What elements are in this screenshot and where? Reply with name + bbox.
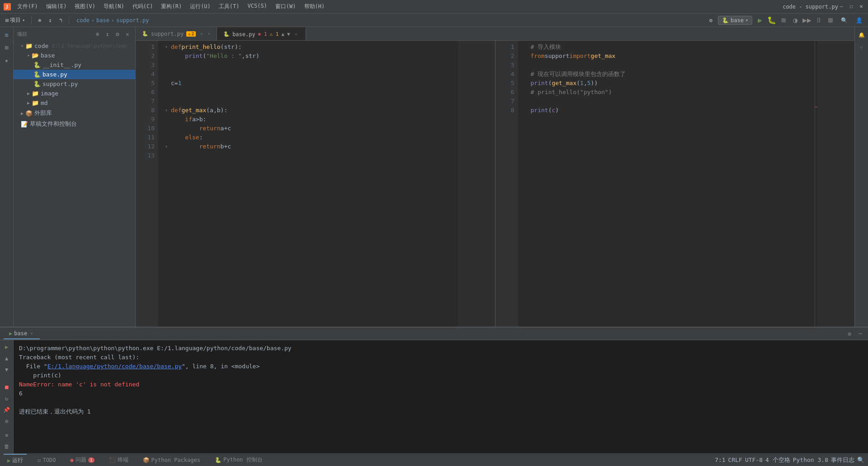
- breadcrumb-root[interactable]: code: [76, 17, 90, 24]
- tab-base-nav-up[interactable]: ▲: [281, 31, 284, 37]
- run-settings-2[interactable]: ⚙: [2, 417, 11, 425]
- run-button[interactable]: ▶: [755, 15, 765, 25]
- footer-problems-icon: ●: [70, 457, 73, 463]
- sidebar-icon-bookmark[interactable]: ★: [2, 55, 12, 65]
- tree-item-md-folder[interactable]: ▶ 📁 md: [14, 98, 135, 108]
- tab-base-close[interactable]: ✕: [293, 31, 299, 38]
- footer-tab-run[interactable]: ▶ 运行: [4, 454, 27, 466]
- pause-button[interactable]: ⏸: [814, 15, 824, 25]
- tab-base-py[interactable]: 🐍 base.py ⊗ 1 ⚠ 1 ▲ ▼ ✕: [217, 27, 306, 40]
- menu-tools[interactable]: 工具(T): [215, 2, 243, 11]
- toolbar-nav-recent[interactable]: ↰: [57, 16, 65, 24]
- code-line-4: [162, 70, 455, 79]
- tab-support-py[interactable]: 🐍 support.py ⚠ 2 ✕ ▾: [136, 27, 217, 40]
- menu-run[interactable]: 运行(U): [186, 2, 214, 11]
- footer-search-icon[interactable]: 🔍: [857, 456, 864, 463]
- terminal-file-link[interactable]: E:/1.language/python/code/base/base.py: [47, 363, 182, 370]
- tree-item-external[interactable]: ▶ 📦 外部库: [14, 108, 135, 119]
- tree-item-base-py[interactable]: 🐍 base.py: [14, 70, 135, 79]
- tree-action-close[interactable]: ✕: [123, 30, 132, 38]
- footer-tab-todo[interactable]: ☑ TODO: [34, 454, 59, 466]
- terminal-output[interactable]: D:\programmer\python\python\python.exe E…: [14, 340, 868, 453]
- toolbar-project[interactable]: ⊞ 项目 ▾: [3, 15, 28, 25]
- fold-8[interactable]: ▾: [165, 106, 168, 115]
- footer-event-log[interactable]: 事件日志: [831, 456, 854, 464]
- code-content-right[interactable]: # 导入模块 from support import get_max # 现在可…: [518, 41, 815, 327]
- env-selector[interactable]: 🐍 base ▾: [718, 16, 752, 25]
- tree-action-locate[interactable]: ⊕: [94, 30, 102, 38]
- panel-settings[interactable]: ⚙: [845, 330, 854, 338]
- tree-action-settings[interactable]: ⚙: [113, 30, 122, 38]
- minimize-button[interactable]: ─: [838, 4, 844, 10]
- footer-charset[interactable]: UTF-8: [745, 456, 763, 463]
- close-button[interactable]: ✕: [858, 4, 864, 10]
- tree-item-init[interactable]: 🐍 __init__.py: [14, 60, 135, 70]
- tree-action-collapse[interactable]: ↕: [104, 30, 112, 38]
- search-button[interactable]: 🔍: [838, 16, 850, 24]
- panel-minimize[interactable]: ─: [856, 330, 864, 338]
- run-pin-btn[interactable]: 📌: [2, 405, 11, 414]
- menu-edit[interactable]: 编辑(E): [42, 2, 71, 11]
- footer-tab-packages[interactable]: 📦 Python Packages: [139, 454, 204, 466]
- menu-bar[interactable]: 文件(F) 编辑(E) 视图(V) 导航(N) 代码(C) 重构(R) 运行(U…: [14, 2, 328, 11]
- footer-position[interactable]: 7:1: [715, 456, 725, 463]
- bottom-tab-run[interactable]: ▶ base ✕: [4, 328, 40, 339]
- maximize-button[interactable]: □: [848, 4, 854, 10]
- menu-file[interactable]: 文件(F): [14, 2, 42, 11]
- right-sidebar-icon-notifications[interactable]: 🔔: [857, 30, 867, 40]
- tree-item-support-py[interactable]: 🐍 support.py: [14, 79, 135, 89]
- sidebar-icon-structure[interactable]: ⊞: [2, 43, 12, 52]
- fold-12[interactable]: ▾: [165, 142, 168, 151]
- run-scroll-down[interactable]: ▼: [2, 366, 11, 374]
- breadcrumb-file[interactable]: support.py: [116, 17, 149, 24]
- fold-1[interactable]: ▾: [165, 43, 168, 52]
- tree-actions: ⊕ ↕ ⚙ ✕: [94, 30, 132, 38]
- menu-navigate[interactable]: 导航(N): [100, 2, 128, 11]
- footer-tab-problems[interactable]: ● 问题 1: [66, 454, 98, 466]
- debug-button[interactable]: 🐛: [767, 15, 777, 25]
- menu-code[interactable]: 代码(C): [129, 2, 157, 11]
- run-with-coverage[interactable]: ⊞: [778, 15, 788, 25]
- run-again-btn[interactable]: ▶: [2, 343, 11, 352]
- run-clear[interactable]: 🗑: [2, 442, 11, 451]
- footer-tab-console[interactable]: 🐍 Python 控制台: [211, 454, 266, 466]
- run-tab-close[interactable]: ✕: [29, 331, 34, 336]
- run-panel: ▶ ▲ ▼ ⏹ ↻ 📌 ⚙ ≡ 🗑 D:\programmer\python\p…: [0, 340, 868, 453]
- terminal-file-line: File "E:/1.language/python/code/base/bas…: [19, 362, 863, 371]
- run-scroll-up[interactable]: ▲: [2, 354, 11, 363]
- footer-crlf[interactable]: CRLF: [728, 456, 742, 463]
- footer-python-version[interactable]: Python 3.8: [793, 456, 828, 463]
- stop-button[interactable]: ⏹: [826, 15, 835, 25]
- editor-area: 🐍 support.py ⚠ 2 ✕ ▾ 🐍 base.py ⊗ 1 ⚠ 1 ▲…: [136, 27, 854, 327]
- title-bar: J 文件(F) 编辑(E) 视图(V) 导航(N) 代码(C) 重构(R) 运行…: [0, 0, 868, 14]
- run-stop-btn[interactable]: ⏹: [2, 383, 11, 391]
- profile-button[interactable]: ◑: [790, 15, 800, 25]
- footer-indent[interactable]: 4 个空格: [765, 456, 790, 464]
- tree-item-base-folder[interactable]: ▾ 📂 base: [14, 51, 135, 60]
- account-button[interactable]: 👤: [853, 16, 865, 24]
- base-folder-chevron: ▾: [27, 53, 30, 58]
- menu-help[interactable]: 帮助(H): [301, 2, 329, 11]
- footer-tab-terminal[interactable]: ⬛ 终端: [105, 454, 132, 466]
- tree-item-scratch[interactable]: 📝 草稿文件和控制台: [14, 119, 135, 129]
- tree-item-root[interactable]: ▾ 📁 code E:\1.language\python\code: [14, 41, 135, 51]
- toolbar-nav-back[interactable]: ⊕: [35, 16, 44, 24]
- run-rerun-btn[interactable]: ↻: [2, 394, 11, 403]
- menu-window[interactable]: 窗口(W): [272, 2, 300, 11]
- menu-refactor[interactable]: 重构(R): [157, 2, 185, 11]
- tab-base-nav-down[interactable]: ▼: [287, 31, 290, 37]
- tree-item-image-folder[interactable]: ▶ 📁 image: [14, 89, 135, 98]
- tab-support-close[interactable]: ✕: [198, 31, 205, 37]
- toolbar-settings[interactable]: ⚙: [707, 16, 715, 24]
- window-controls[interactable]: ─ □ ✕: [838, 4, 864, 10]
- toolbar-nav-forward[interactable]: ↕: [46, 16, 55, 24]
- run-toggle-soft-wrap[interactable]: ≡: [2, 431, 11, 439]
- right-sidebar-icon-git[interactable]: ⑂: [857, 43, 867, 52]
- run-options[interactable]: ▶▶: [802, 15, 812, 25]
- tab-support-py-label: support.py: [151, 31, 184, 37]
- menu-vcs[interactable]: VCS(S): [244, 2, 271, 11]
- breadcrumb-base[interactable]: base: [96, 17, 109, 24]
- menu-view[interactable]: 视图(V): [71, 2, 99, 11]
- code-content-left[interactable]: ▾ def print_hello(str): print("Hello : "…: [158, 41, 459, 327]
- sidebar-icon-project[interactable]: ≡: [2, 30, 12, 40]
